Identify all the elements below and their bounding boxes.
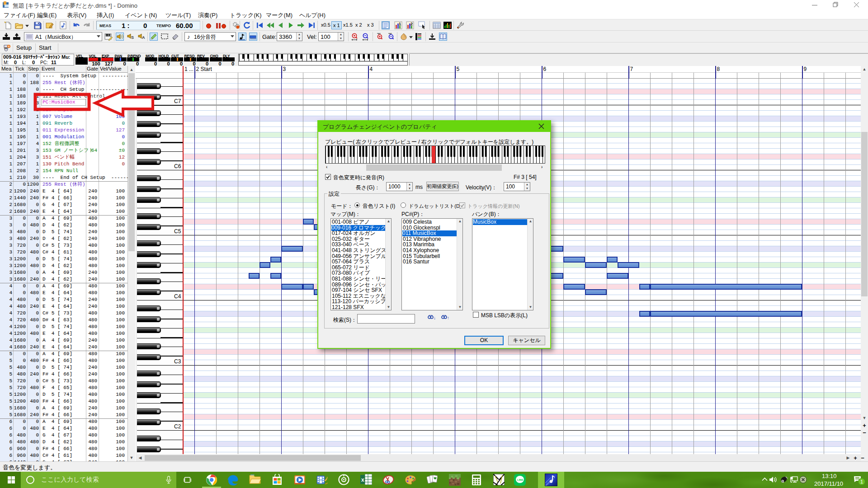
svg-text:x: x <box>361 477 364 483</box>
svg-text:LINE: LINE <box>517 479 524 481</box>
svg-text:1: 1 <box>399 22 401 26</box>
svg-text:2: 2 <box>410 22 413 26</box>
